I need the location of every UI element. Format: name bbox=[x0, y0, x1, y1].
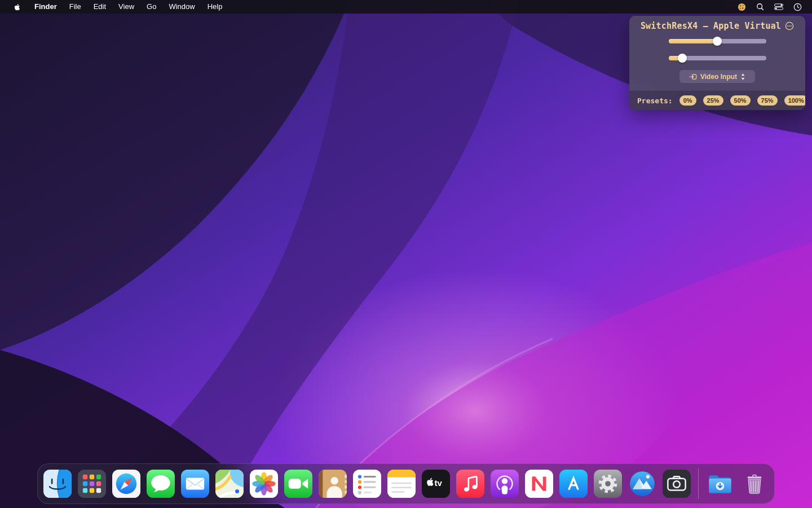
svg-text:tv: tv bbox=[434, 478, 442, 488]
clock-icon[interactable] bbox=[791, 0, 804, 14]
presets-label: Presets: bbox=[637, 97, 673, 105]
dock-item-system-preferences[interactable] bbox=[594, 470, 622, 498]
messages-icon bbox=[147, 470, 175, 498]
system-preferences-icon bbox=[594, 470, 622, 498]
video-input-label: Video Input bbox=[700, 73, 737, 81]
dock-item-app-store[interactable] bbox=[559, 470, 588, 498]
podcasts-icon bbox=[491, 470, 519, 498]
dock-item-launchpad[interactable] bbox=[78, 470, 106, 498]
slider-2[interactable] bbox=[669, 54, 766, 63]
menu-bar-status-area bbox=[735, 0, 812, 14]
presets-row: Presets: 0% 25% 50% 75% 100% bbox=[629, 90, 805, 110]
menu-item-view[interactable]: View bbox=[112, 0, 140, 14]
trash-icon bbox=[740, 470, 769, 498]
spotlight-icon[interactable] bbox=[753, 0, 767, 14]
slider-1[interactable] bbox=[669, 37, 766, 46]
apple-menu[interactable] bbox=[7, 3, 28, 11]
preset-0[interactable]: 0% bbox=[679, 95, 696, 106]
switchresx-panel: SwitchResX4 — Apple Virtual Video Input … bbox=[629, 16, 805, 110]
dock-item-news[interactable] bbox=[525, 470, 553, 498]
music-icon bbox=[456, 470, 484, 498]
dock-item-facetime[interactable] bbox=[284, 470, 312, 498]
maps-icon bbox=[215, 470, 244, 498]
slider-1-fill bbox=[669, 39, 718, 43]
app-store-icon bbox=[559, 470, 588, 498]
dock: tv bbox=[37, 463, 775, 504]
safari-icon bbox=[112, 470, 140, 498]
apple-tv-icon: tv bbox=[422, 470, 450, 498]
dock-item-maps[interactable] bbox=[215, 470, 244, 498]
chevron-up-down-icon bbox=[740, 73, 745, 81]
screenshot-icon bbox=[663, 470, 691, 498]
menu-item-file[interactable]: File bbox=[63, 0, 87, 14]
video-input-button[interactable]: Video Input bbox=[679, 70, 755, 83]
panel-header: SwitchResX4 — Apple Virtual bbox=[629, 16, 805, 32]
dock-item-reminders[interactable] bbox=[353, 470, 381, 498]
launchpad-icon bbox=[78, 470, 106, 498]
apple-icon bbox=[14, 3, 21, 11]
dock-item-mail[interactable] bbox=[181, 470, 209, 498]
dock-item-messages[interactable] bbox=[147, 470, 175, 498]
dock-item-screenshot[interactable] bbox=[663, 470, 691, 498]
notes-icon bbox=[387, 470, 416, 498]
slider-1-knob[interactable] bbox=[713, 37, 722, 46]
dock-item-photos[interactable] bbox=[250, 470, 278, 498]
slider-2-knob[interactable] bbox=[678, 54, 687, 63]
menu-item-help[interactable]: Help bbox=[201, 0, 229, 14]
dock-item-downloads[interactable] bbox=[706, 470, 734, 498]
dock-item-notes[interactable] bbox=[387, 470, 416, 498]
preset-100[interactable]: 100% bbox=[784, 95, 805, 106]
input-source-icon bbox=[689, 73, 697, 81]
menubar-extra-icon[interactable] bbox=[735, 0, 748, 14]
reminders-icon bbox=[353, 470, 381, 498]
dock-item-safari[interactable] bbox=[112, 470, 140, 498]
slider-2-track[interactable] bbox=[669, 56, 766, 60]
control-center-icon[interactable] bbox=[772, 0, 785, 14]
ellipsis-circle-icon[interactable] bbox=[785, 21, 794, 30]
photos-icon bbox=[250, 470, 278, 498]
dock-item-contacts[interactable] bbox=[319, 470, 347, 498]
display-utility-icon bbox=[628, 470, 656, 498]
preset-50[interactable]: 50% bbox=[730, 95, 751, 106]
news-icon bbox=[525, 470, 553, 498]
downloads-folder-icon bbox=[706, 470, 734, 498]
menu-item-window[interactable]: Window bbox=[162, 0, 201, 14]
menu-item-go[interactable]: Go bbox=[140, 0, 162, 14]
dock-item-podcasts[interactable] bbox=[491, 470, 519, 498]
preset-75[interactable]: 75% bbox=[757, 95, 778, 106]
menu-item-edit[interactable]: Edit bbox=[87, 0, 112, 14]
preset-25[interactable]: 25% bbox=[703, 95, 723, 106]
menu-bar-left: Finder File Edit View Go Window Help bbox=[0, 0, 228, 14]
dock-separator bbox=[698, 468, 699, 499]
dock-item-apple-tv[interactable]: tv bbox=[422, 470, 450, 498]
dock-item-trash[interactable] bbox=[740, 470, 769, 498]
dock-item-music[interactable] bbox=[456, 470, 484, 498]
finder-icon bbox=[43, 470, 72, 498]
dock-item-finder[interactable] bbox=[43, 470, 72, 498]
panel-title: SwitchResX4 — Apple Virtual bbox=[641, 21, 781, 31]
menu-bar: Finder File Edit View Go Window Help bbox=[0, 0, 812, 14]
menu-item-finder[interactable]: Finder bbox=[28, 0, 63, 14]
mail-icon bbox=[181, 470, 209, 498]
dock-item-display-utility[interactable] bbox=[628, 470, 656, 498]
contacts-icon bbox=[319, 470, 347, 498]
facetime-icon bbox=[284, 470, 312, 498]
slider-1-track[interactable] bbox=[669, 39, 766, 43]
